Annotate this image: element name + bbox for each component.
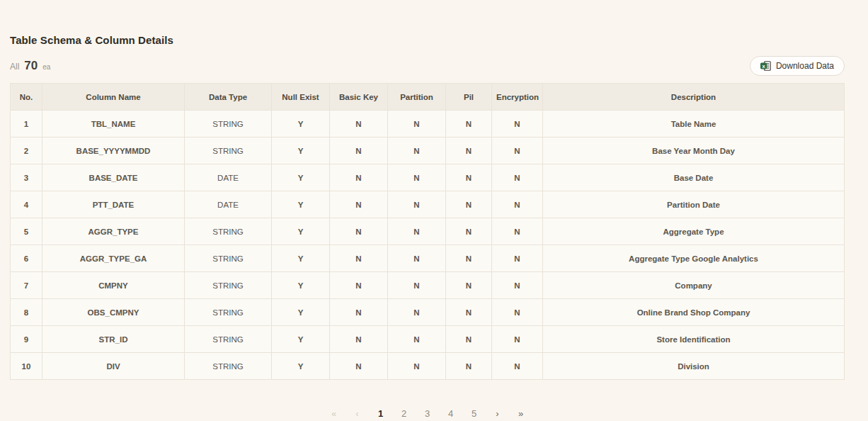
cell-null-exist: Y — [272, 218, 330, 245]
cell-basic-key: N — [330, 218, 388, 245]
column-header-no: No. — [11, 84, 42, 111]
cell-no: 10 — [11, 353, 42, 380]
cell-column-name: DIV — [42, 353, 185, 380]
cell-partition: N — [388, 272, 446, 299]
cell-partition: N — [388, 245, 446, 272]
row-count: All 70 ea — [10, 59, 50, 73]
cell-null-exist: Y — [272, 353, 330, 380]
table-row: 8 OBS_CMPNY STRING Y N N N N Online Bran… — [11, 299, 845, 326]
column-header-pil: Pil — [446, 84, 492, 111]
pagination-page-4[interactable]: 4 — [443, 406, 458, 421]
cell-data-type: DATE — [185, 191, 272, 218]
pagination-next-button[interactable]: › — [490, 406, 505, 421]
download-data-button[interactable]: x Download Data — [750, 56, 845, 76]
pagination-page-2[interactable]: 2 — [396, 406, 411, 421]
cell-data-type: STRING — [185, 111, 272, 137]
cell-null-exist: Y — [272, 245, 330, 272]
cell-partition: N — [388, 326, 446, 353]
cell-description: Table Name — [543, 111, 845, 137]
column-header-encryption: Encryption — [492, 84, 543, 111]
cell-no: 1 — [11, 111, 42, 137]
cell-pil: N — [446, 111, 492, 137]
cell-pil: N — [446, 164, 492, 191]
table-row: 10 DIV STRING Y N N N N Division — [11, 353, 845, 380]
cell-data-type: STRING — [185, 218, 272, 245]
cell-no: 2 — [11, 137, 42, 164]
cell-null-exist: Y — [272, 299, 330, 326]
cell-encryption: N — [492, 299, 543, 326]
cell-encryption: N — [492, 245, 543, 272]
cell-encryption: N — [492, 326, 543, 353]
cell-column-name: STR_ID — [42, 326, 185, 353]
cell-basic-key: N — [330, 245, 388, 272]
cell-basic-key: N — [330, 164, 388, 191]
cell-description: Partition Date — [543, 191, 845, 218]
cell-null-exist: Y — [272, 137, 330, 164]
cell-encryption: N — [492, 353, 543, 380]
page-title: Table Schema & Column Details — [10, 34, 845, 46]
cell-data-type: STRING — [185, 245, 272, 272]
count-value: 70 — [24, 59, 38, 73]
cell-pil: N — [446, 272, 492, 299]
cell-data-type: STRING — [185, 299, 272, 326]
pagination: « ‹ 12345 › » — [10, 406, 845, 421]
table-row: 9 STR_ID STRING Y N N N N Store Identifi… — [11, 326, 845, 353]
cell-no: 4 — [11, 191, 42, 218]
table-row: 2 BASE_YYYYMMDD STRING Y N N N N Base Ye… — [11, 137, 845, 164]
cell-pil: N — [446, 353, 492, 380]
cell-encryption: N — [492, 272, 543, 299]
cell-data-type: DATE — [185, 164, 272, 191]
cell-partition: N — [388, 191, 446, 218]
cell-partition: N — [388, 353, 446, 380]
count-unit: ea — [42, 63, 50, 71]
table-row: 5 AGGR_TYPE STRING Y N N N N Aggregate T… — [11, 218, 845, 245]
table-header-row: No. Column Name Data Type Null Exist Bas… — [11, 84, 845, 111]
cell-column-name: OBS_CMPNY — [42, 299, 185, 326]
cell-no: 6 — [11, 245, 42, 272]
cell-partition: N — [388, 218, 446, 245]
subheader: All 70 ea x Download Data — [10, 56, 845, 76]
cell-no: 5 — [11, 218, 42, 245]
pagination-pages: 12345 — [373, 406, 481, 421]
table-row: 4 PTT_DATE DATE Y N N N N Partition Date — [11, 191, 845, 218]
cell-partition: N — [388, 299, 446, 326]
cell-no: 9 — [11, 326, 42, 353]
cell-description: Aggregate Type — [543, 218, 845, 245]
column-header-description: Description — [543, 84, 845, 111]
cell-column-name: BASE_DATE — [42, 164, 185, 191]
column-header-data-type: Data Type — [185, 84, 272, 111]
pagination-prev-button[interactable]: ‹ — [350, 406, 365, 421]
pagination-last-button[interactable]: » — [513, 406, 528, 421]
cell-encryption: N — [492, 218, 543, 245]
cell-data-type: STRING — [185, 353, 272, 380]
cell-encryption: N — [492, 164, 543, 191]
table-row: 1 TBL_NAME STRING Y N N N N Table Name — [11, 111, 845, 137]
excel-file-icon: x — [760, 61, 771, 71]
cell-description: Division — [543, 353, 845, 380]
cell-column-name: TBL_NAME — [42, 111, 185, 137]
cell-null-exist: Y — [272, 111, 330, 137]
cell-pil: N — [446, 137, 492, 164]
pagination-page-1[interactable]: 1 — [373, 406, 388, 421]
cell-column-name: AGGR_TYPE — [42, 218, 185, 245]
pagination-page-5[interactable]: 5 — [467, 406, 481, 421]
cell-pil: N — [446, 326, 492, 353]
cell-pil: N — [446, 245, 492, 272]
cell-pil: N — [446, 191, 492, 218]
table-row: 3 BASE_DATE DATE Y N N N N Base Date — [11, 164, 845, 191]
count-label: All — [10, 62, 19, 72]
pagination-first-button[interactable]: « — [326, 406, 341, 421]
cell-description: Online Brand Shop Company — [543, 299, 845, 326]
cell-pil: N — [446, 299, 492, 326]
cell-description: Store Identification — [543, 326, 845, 353]
column-header-partition: Partition — [388, 84, 446, 111]
pagination-page-3[interactable]: 3 — [420, 406, 435, 421]
table-row: 7 CMPNY STRING Y N N N N Company — [11, 272, 845, 299]
column-header-null-exist: Null Exist — [272, 84, 330, 111]
cell-null-exist: Y — [272, 272, 330, 299]
cell-no: 3 — [11, 164, 42, 191]
cell-column-name: AGGR_TYPE_GA — [42, 245, 185, 272]
cell-basic-key: N — [330, 353, 388, 380]
cell-pil: N — [446, 218, 492, 245]
cell-column-name: PTT_DATE — [42, 191, 185, 218]
